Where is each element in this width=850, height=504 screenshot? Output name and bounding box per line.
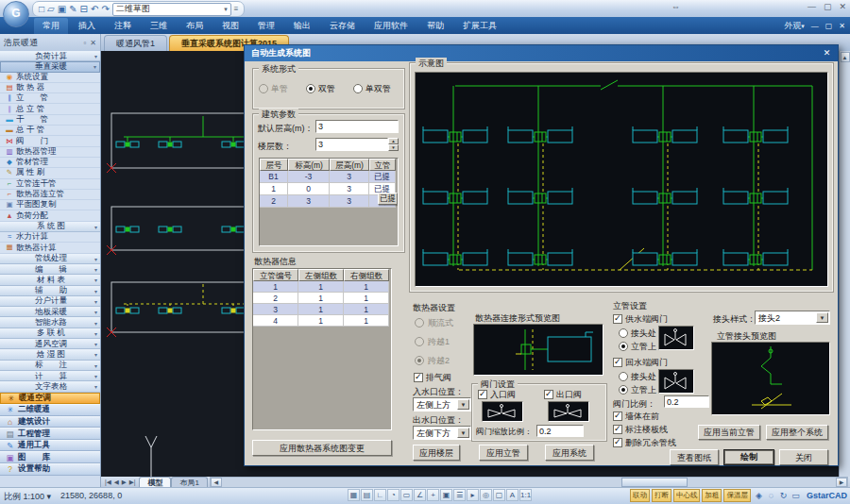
ribbon-tab-4[interactable]: 三维 <box>142 18 176 34</box>
supply-riser-radio[interactable] <box>619 342 628 351</box>
lineweight-icon[interactable]: ☰ <box>453 489 466 501</box>
sync-icon[interactable]: ↻ <box>777 491 790 500</box>
close-dialog-button[interactable]: 关闭 <box>779 449 828 465</box>
screen-icon[interactable]: ▭ <box>790 491 802 500</box>
sidebar-item[interactable]: ✳暖通空调 <box>0 393 100 405</box>
annotation-icon[interactable]: A <box>506 489 518 501</box>
sidebar-item[interactable]: ▬总 干 管 <box>0 126 100 136</box>
close-button[interactable]: ✕ <box>839 2 846 11</box>
undo-icon[interactable]: ↶ <box>91 3 98 15</box>
table-cell[interactable]: 1 <box>298 304 344 315</box>
table-header-cell[interactable]: 标高(m) <box>288 159 330 171</box>
apply-whole-system-button[interactable]: 应用整个系统 <box>766 425 828 440</box>
table-row[interactable]: 311 <box>253 304 391 315</box>
apply-radiator-change-button[interactable]: 应用散热器系统图变更 <box>252 440 392 456</box>
layout-nav-icon[interactable]: ◀ <box>113 479 120 486</box>
table-row[interactable]: 233删已提 <box>260 195 398 208</box>
gstarcad-logo-icon[interactable]: G <box>3 1 29 27</box>
sidebar-item[interactable]: 负荷计算▾ <box>0 51 100 61</box>
apply-floor-button[interactable]: 应用楼层 <box>413 445 460 461</box>
supply-valve-checkbox[interactable] <box>613 314 622 324</box>
ribbon-tab-3[interactable]: 注释 <box>106 18 140 34</box>
table-header-cell[interactable]: 立管编号 <box>253 269 298 281</box>
layout-nav-icon[interactable]: ▶| <box>128 479 137 486</box>
sidebar-item[interactable]: 管线处理▾ <box>0 254 100 264</box>
floor-count-stepper[interactable]: ▲▼ <box>388 138 399 151</box>
ribbon-tab-10[interactable]: 应用软件 <box>366 18 416 34</box>
remove-redundant-checkbox[interactable] <box>613 438 622 447</box>
ribbon-tab-5[interactable]: 布局 <box>178 18 212 34</box>
sidebar-item[interactable]: 辅 助▾ <box>0 286 100 296</box>
return-joint-radio[interactable] <box>619 372 628 381</box>
status-toggle[interactable]: 保温层 <box>723 489 751 502</box>
status-toggle[interactable]: 联动 <box>630 489 650 502</box>
redo-icon[interactable]: ↷ <box>101 3 109 15</box>
sidebar-item[interactable]: ⌂建筑设计 <box>0 416 100 428</box>
zoom-icon[interactable]: ◎ <box>480 489 492 501</box>
status-toggle[interactable]: 加粗 <box>702 489 722 502</box>
ribbon-tab-1[interactable]: 常用 <box>34 18 68 34</box>
sidebar-item[interactable]: ▬干 管 <box>0 115 100 126</box>
sidebar-item[interactable]: ∥立 管 <box>0 93 100 104</box>
sidebar-item[interactable]: ▣图 库 <box>0 451 100 463</box>
layout-nav-icon[interactable]: |◀ <box>104 479 112 486</box>
scroll-up-icon[interactable]: ▲ <box>841 52 850 62</box>
draw-button[interactable]: 绘制 <box>723 449 774 465</box>
outlet-valve-checkbox[interactable] <box>544 390 553 399</box>
flow-through-radio[interactable] <box>415 318 424 328</box>
table-cell[interactable]: 1 <box>253 281 298 293</box>
ribbon-tab-9[interactable]: 云存储 <box>321 18 364 34</box>
sidebar-item[interactable]: 地板采暖▾ <box>0 307 100 317</box>
table-header-cell[interactable]: 左侧组数 <box>298 269 344 281</box>
dialog-close-button[interactable]: ✕ <box>820 47 834 59</box>
sidebar-item[interactable]: 材 料 表▾ <box>0 275 100 285</box>
table-cell[interactable]: 1 <box>298 281 344 293</box>
chevron-down-icon[interactable]: ▼ <box>457 399 469 410</box>
scrollbar-thumb[interactable] <box>621 478 688 487</box>
table-row[interactable]: 111 <box>253 281 391 293</box>
ribbon-tab-7[interactable]: 管理 <box>249 18 283 34</box>
supply-joint-radio[interactable] <box>619 328 628 338</box>
save-icon[interactable]: ▣ <box>58 3 66 15</box>
floor-count-input[interactable] <box>315 138 388 151</box>
print-icon[interactable]: ⊟ <box>80 3 88 15</box>
table-cell[interactable]: 已提 <box>369 171 396 183</box>
save-as-icon[interactable]: ✎ <box>69 3 76 15</box>
radiator-table[interactable]: 立管编号左侧组数右侧组数111211311411 <box>252 268 392 430</box>
vertical-scrollbar[interactable]: ▲ <box>839 51 850 477</box>
valve-ratio-input[interactable] <box>664 395 709 408</box>
sidebar-item[interactable]: ▦散热器计算 <box>0 243 100 253</box>
chevron-down-icon[interactable]: ▼ <box>816 312 828 323</box>
sidebar-item[interactable]: 系 统 图▾ <box>0 222 100 232</box>
valve-scale-input[interactable] <box>536 425 584 437</box>
apply-system-button[interactable]: 应用系统 <box>545 445 594 461</box>
table-header-cell[interactable]: 层号 <box>260 159 288 171</box>
workspace-select[interactable]: 二维草图 ▾ <box>112 3 231 16</box>
sidebar-item[interactable]: 标 注▾ <box>0 361 100 371</box>
table-cell[interactable]: 1 <box>344 293 389 304</box>
bulb-icon[interactable]: ◌ <box>765 491 777 500</box>
qat-more-icon[interactable]: ≡ <box>234 5 239 13</box>
sidebar-item[interactable]: 焓 湿 图▾ <box>0 349 100 360</box>
table-header-cell[interactable]: 右侧组数 <box>344 269 389 281</box>
osnap-icon[interactable]: ▭ <box>400 489 413 501</box>
otrack-icon[interactable]: ∠ <box>414 489 426 501</box>
ribbon-restore-button[interactable]: ▢ <box>825 22 833 30</box>
table-cell[interactable]: 2 <box>260 195 288 208</box>
cycling-icon[interactable]: ▸ <box>467 489 479 501</box>
outlet-position-select[interactable]: 左侧下方 ▼ <box>413 426 471 440</box>
minimize-button[interactable]: — <box>808 2 816 11</box>
sidebar-item[interactable]: ∥总 立 管 <box>0 104 100 114</box>
floor-slab-checkbox[interactable] <box>613 425 622 434</box>
sidebar-item[interactable]: ▥散热器管理 <box>0 147 100 158</box>
sidebar-item[interactable]: 垂直采暖▾ <box>0 61 100 72</box>
table-cell[interactable]: 删已提 <box>369 195 396 208</box>
ribbon-tab-11[interactable]: 帮助 <box>418 18 452 34</box>
table-cell[interactable]: 1 <box>260 183 288 195</box>
table-cell[interactable]: 3 <box>253 304 298 315</box>
table-header-cell[interactable]: 立管 <box>369 159 396 171</box>
table-cell[interactable]: B1 <box>260 171 288 183</box>
table-row[interactable]: B1-33已提 <box>260 171 398 183</box>
bypass1-radio[interactable] <box>415 337 424 346</box>
dyn-input-icon[interactable]: ▣ <box>440 489 452 501</box>
